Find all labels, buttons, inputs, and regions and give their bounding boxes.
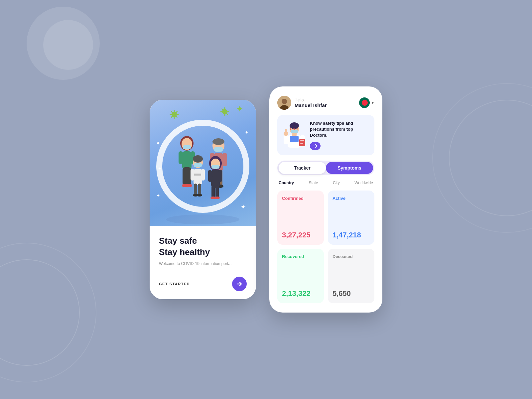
- stat-card-active: Active 1,47,218: [328, 191, 374, 245]
- filter-city[interactable]: City: [333, 181, 340, 185]
- svg-rect-62: [208, 170, 212, 182]
- virus-icon-2: [220, 107, 229, 116]
- svg-point-45: [186, 184, 192, 187]
- banner-text: Know safety tips and precautions from to…: [310, 120, 369, 150]
- svg-line-16: [222, 109, 223, 110]
- svg-point-10: [173, 113, 174, 114]
- svg-rect-40: [182, 151, 192, 170]
- phone-header: Hello Manuel Ishfar ▼: [277, 96, 374, 110]
- flag-red-disc: [362, 100, 368, 106]
- hero-title: Stay safe Stay healthy: [159, 235, 247, 258]
- header-left: Hello Manuel Ishfar: [277, 96, 327, 110]
- svg-line-7: [176, 112, 177, 113]
- doctor-illustration: [283, 122, 306, 148]
- user-info: Hello Manuel Ishfar: [295, 98, 327, 108]
- user-name: Manuel Ishfar: [295, 102, 327, 108]
- svg-rect-41: [179, 151, 183, 164]
- phone-left: ✦ ✦ ✦ ✦ ✦: [150, 100, 256, 299]
- svg-rect-32: [222, 153, 227, 166]
- svg-point-26: [166, 214, 239, 224]
- svg-point-19: [223, 111, 224, 112]
- svg-line-6: [176, 116, 177, 117]
- svg-rect-29: [214, 147, 223, 152]
- svg-point-9: [173, 113, 176, 116]
- banner-arrow-button[interactable]: [310, 142, 321, 150]
- tab-tracker[interactable]: Tracker: [279, 162, 326, 174]
- get-started-row: GET STARTED: [159, 277, 247, 291]
- deceased-value: 5,650: [332, 289, 370, 298]
- svg-rect-85: [300, 140, 304, 141]
- svg-rect-39: [183, 145, 191, 149]
- hero-subtitle: Welcome to COVID-19 information portal.: [159, 261, 247, 266]
- stat-card-deceased: Deceased 5,650: [328, 249, 374, 303]
- bg-arc-right-2: [432, 83, 532, 233]
- flag-dropdown[interactable]: ▼: [359, 97, 374, 108]
- svg-rect-52: [201, 169, 205, 181]
- stats-grid: Confirmed 3,27,225 Active 1,47,218 Recov…: [277, 191, 374, 303]
- phone-right: Hello Manuel Ishfar ▼: [269, 86, 382, 313]
- phones-container: ✦ ✦ ✦ ✦ ✦: [150, 86, 382, 313]
- bg-decoration-circle-2: [43, 20, 93, 70]
- svg-rect-53: [194, 184, 197, 195]
- svg-rect-61: [212, 170, 218, 177]
- svg-point-18: [223, 110, 226, 113]
- virus-icon-3: [237, 106, 243, 112]
- svg-rect-54: [198, 184, 201, 195]
- svg-rect-59: [211, 165, 219, 169]
- svg-rect-49: [194, 169, 202, 185]
- avatar: [277, 96, 291, 110]
- filter-country[interactable]: Country: [279, 181, 294, 185]
- phone-hero-area: ✦ ✦ ✦ ✦ ✦: [150, 100, 256, 226]
- svg-rect-84: [299, 139, 305, 146]
- active-label: Active: [332, 196, 370, 201]
- doctor-banner: Know safety tips and precautions from to…: [277, 115, 374, 155]
- stat-card-confirmed: Confirmed 3,27,225: [277, 191, 324, 245]
- hello-text: Hello: [295, 98, 327, 102]
- svg-point-67: [214, 197, 220, 199]
- tab-symptoms[interactable]: Symptoms: [326, 162, 373, 174]
- svg-point-56: [197, 194, 202, 197]
- deceased-label: Deceased: [332, 254, 370, 259]
- filter-worldwide[interactable]: Worldwide: [354, 181, 373, 185]
- svg-rect-65: [215, 185, 219, 198]
- get-started-label: GET STARTED: [159, 282, 190, 286]
- bg-arc-2: [0, 243, 96, 382]
- recovered-value: 2,13,322: [282, 289, 319, 298]
- svg-rect-51: [191, 169, 194, 181]
- svg-rect-87: [300, 143, 303, 144]
- phone-hero-text-area: Stay safe Stay healthy Welcome to COVID-…: [150, 226, 256, 299]
- active-value: 1,47,218: [332, 231, 370, 239]
- svg-point-69: [282, 99, 287, 104]
- svg-line-5: [172, 112, 173, 113]
- dropdown-arrow-icon: ▼: [371, 101, 374, 105]
- svg-line-17: [226, 113, 228, 115]
- svg-rect-43: [183, 167, 191, 186]
- get-started-button[interactable]: [232, 277, 247, 291]
- svg-rect-63: [218, 170, 222, 182]
- virus-icon-1: [170, 110, 179, 119]
- svg-point-25: [239, 108, 241, 110]
- confirmed-value: 3,27,225: [282, 231, 319, 239]
- svg-rect-72: [290, 136, 299, 142]
- family-illustration: [160, 120, 246, 226]
- svg-point-28: [212, 138, 224, 145]
- location-filters: Country State City Worldwide: [277, 181, 374, 185]
- svg-rect-79: [291, 130, 298, 133]
- tabs-container: Tracker Symptoms: [277, 161, 374, 175]
- svg-rect-82: [285, 129, 287, 134]
- svg-rect-48: [194, 163, 202, 167]
- svg-rect-86: [300, 142, 304, 142]
- svg-point-47: [193, 155, 203, 163]
- banner-title: Know safety tips and precautions from to…: [310, 120, 369, 139]
- svg-rect-50: [194, 174, 202, 176]
- svg-line-8: [172, 116, 173, 117]
- filter-state[interactable]: State: [309, 181, 318, 185]
- recovered-label: Recovered: [282, 254, 319, 259]
- stat-card-recovered: Recovered 2,13,322: [277, 249, 324, 303]
- bangladesh-flag: [359, 97, 370, 108]
- svg-rect-64: [211, 185, 215, 198]
- confirmed-label: Confirmed: [282, 196, 319, 201]
